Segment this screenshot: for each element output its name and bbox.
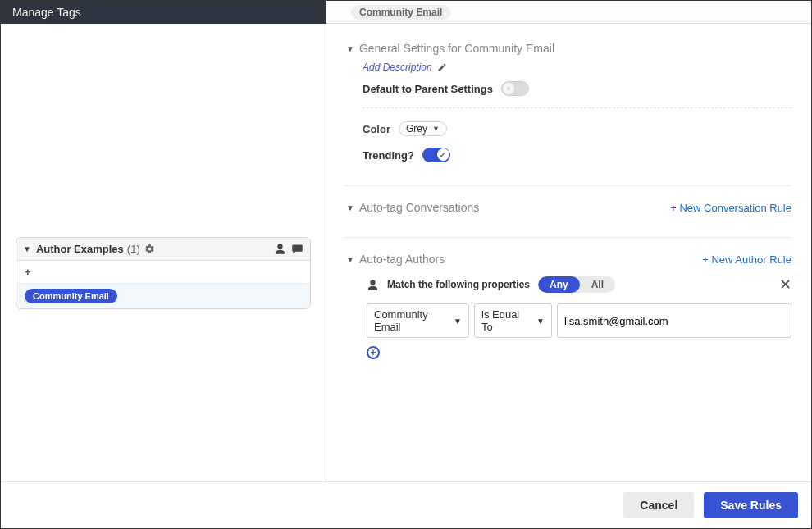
add-description-link[interactable]: Add Description [363,62,791,73]
plus-icon: + [25,266,31,278]
new-author-rule-link[interactable]: + New Author Rule [702,253,791,266]
footer: Cancel Save Rules [1,481,811,528]
match-mode-all[interactable]: All [580,276,615,293]
section-conversations-title-text: Auto-tag Conversations [359,201,479,214]
tag-group-header[interactable]: ▼ Author Examples (1) [16,238,310,261]
section-authors-title-text: Auto-tag Authors [359,253,445,266]
chevron-down-icon: ▼ [23,244,31,253]
color-dropdown[interactable]: Grey ▼ [399,121,447,136]
section-general-title[interactable]: ▼ General Settings for Community Email [346,42,791,55]
chevron-down-icon: ▼ [346,255,354,264]
condition-operator-value: is Equal To [481,308,530,333]
condition-field-value: Community Email [374,308,447,333]
chevron-down-icon: ▼ [536,317,545,326]
trending-toggle[interactable]: ✓ [422,148,450,162]
match-mode-any[interactable]: Any [538,276,580,293]
chevron-down-icon: ▼ [432,125,440,133]
sidebar-title-text: Manage Tags [12,6,81,19]
tag-pill: Community Email [25,289,117,303]
new-conversation-rule-link[interactable]: + New Conversation Rule [670,202,791,214]
match-mode-segmented: Any All [538,276,615,293]
tag-group-panel: ▼ Author Examples (1) + Community Email [16,237,311,309]
pencil-icon[interactable] [437,62,447,72]
save-rules-button[interactable]: Save Rules [704,492,798,518]
condition-operator-select[interactable]: is Equal To ▼ [474,303,552,338]
person-icon[interactable] [274,243,286,255]
trending-label: Trending? [363,149,414,162]
color-label: Color [363,123,390,135]
tag-group-count: (1) [127,243,140,255]
chevron-down-icon: ▼ [346,44,354,53]
current-tag-chip: Community Email [351,5,450,20]
gear-icon[interactable] [144,244,155,254]
chevron-down-icon: ▼ [346,203,354,212]
chat-icon[interactable] [291,243,303,255]
add-condition-button[interactable]: + [367,346,380,359]
add-tag-button[interactable]: + [16,261,310,284]
match-properties-label: Match the following properties [387,279,530,290]
divider [344,185,791,186]
sidebar-title: Manage Tags [1,1,326,24]
section-general-title-text: General Settings for Community Email [359,42,554,55]
breadcrumb-bar: Community Email [326,1,811,24]
section-authors-title[interactable]: ▼ Auto-tag Authors [346,253,445,266]
add-description-text: Add Description [363,62,432,73]
default-parent-label: Default to Parent Settings [363,83,493,95]
color-value: Grey [406,123,427,135]
close-icon[interactable]: ✕ [779,276,791,294]
person-icon [367,279,379,291]
divider [363,107,791,108]
divider [344,237,791,238]
chevron-down-icon: ▼ [454,317,462,326]
condition-field-select[interactable]: Community Email ▼ [367,303,469,338]
main-pane: ▼ General Settings for Community Email A… [326,24,811,481]
condition-value-input[interactable] [557,303,791,338]
cancel-button[interactable]: Cancel [623,492,694,518]
tag-group-title: Author Examples [36,243,124,255]
default-parent-toggle[interactable]: × [501,81,529,96]
section-conversations-title[interactable]: ▼ Auto-tag Conversations [346,201,479,214]
sidebar: ▼ Author Examples (1) + Community Email [1,24,326,481]
tag-list-item[interactable]: Community Email [16,284,310,308]
